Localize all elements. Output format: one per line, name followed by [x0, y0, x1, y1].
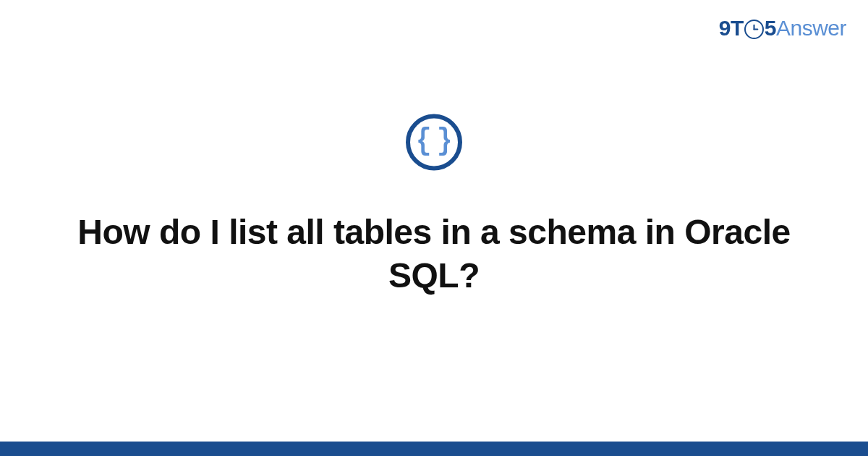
site-logo: 9T 5 Answer	[719, 16, 846, 41]
question-title: How do I list all tables in a schema in …	[43, 210, 825, 297]
clock-hands-icon	[746, 21, 762, 38]
main-content: { } How do I list all tables in a schema…	[0, 114, 868, 297]
logo-part-9t: 9T	[719, 16, 744, 41]
code-braces-icon: { }	[406, 114, 462, 170]
braces-glyph: { }	[414, 125, 454, 156]
logo-part-5: 5	[765, 16, 776, 41]
clock-icon	[744, 20, 764, 39]
logo-part-answer: Answer	[776, 16, 846, 41]
left-brace: {	[416, 125, 431, 156]
logo-text: 9T 5 Answer	[719, 16, 846, 41]
footer-bar	[0, 442, 868, 456]
right-brace: }	[437, 125, 452, 156]
